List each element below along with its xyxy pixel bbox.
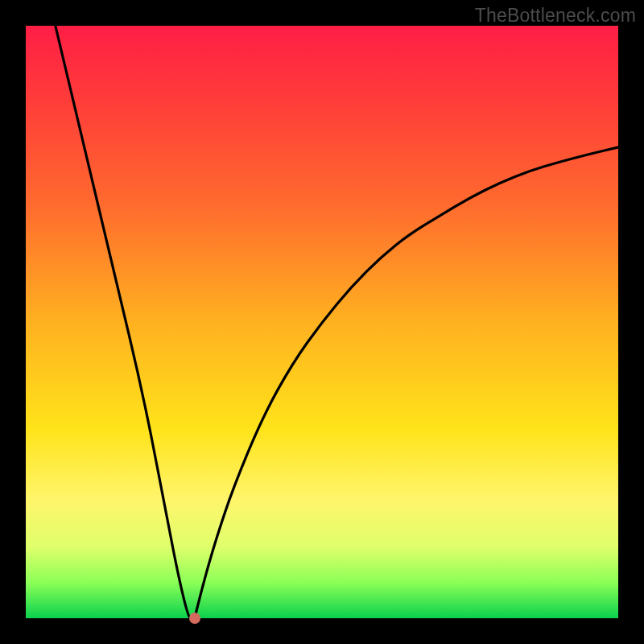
chart-frame: TheBottleneck.com <box>0 0 644 644</box>
watermark-text: TheBottleneck.com <box>475 5 636 27</box>
plot-area <box>26 26 618 618</box>
bottleneck-curve <box>26 26 618 618</box>
marker-dot <box>189 613 200 624</box>
